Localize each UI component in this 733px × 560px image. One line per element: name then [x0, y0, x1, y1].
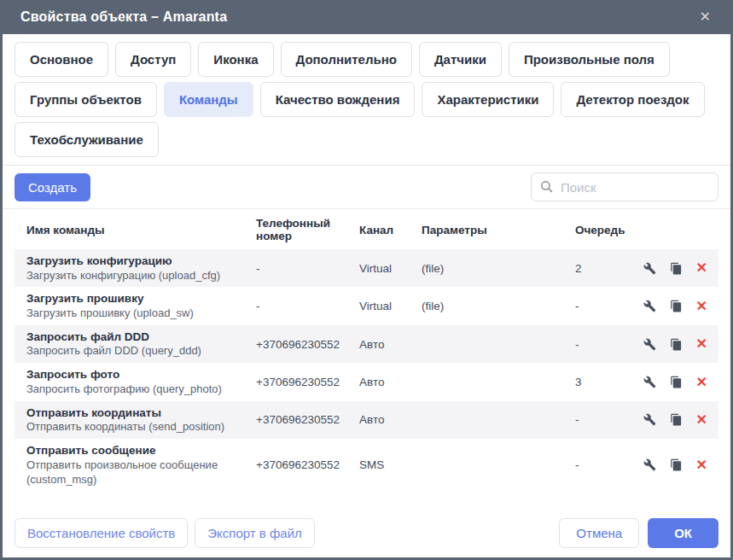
tab-kharakteristiki[interactable]: Характеристики [422, 82, 554, 117]
column-header-queue: Очередь [575, 224, 639, 236]
wrench-icon[interactable] [643, 413, 656, 426]
command-description: Запросить файл DDD (query_ddd) [26, 344, 249, 359]
command-params: (file) [422, 300, 575, 312]
command-phone: +370696230552 [256, 338, 359, 351]
export-to-file-button[interactable]: Экспорт в файл [195, 518, 314, 548]
command-name: Запросить фото [26, 367, 249, 382]
command-description: Отправить произвольное сообщение (custom… [26, 458, 249, 487]
copy-icon[interactable] [670, 413, 683, 426]
tab-label: Иконка [213, 52, 258, 67]
tab-ikonka[interactable]: Иконка [198, 42, 273, 77]
tab-label: Основное [30, 52, 93, 67]
command-description: Запросить фотографию (query_photo) [26, 382, 249, 397]
tab-dostup[interactable]: Доступ [115, 42, 191, 77]
dialog-titlebar: Свойства объекта – Amaranta ✕ [3, 0, 730, 34]
command-queue: - [575, 458, 639, 471]
wrench-icon[interactable] [643, 338, 656, 351]
command-channel: Virtual [359, 300, 422, 312]
restore-properties-button[interactable]: Восстановление свойств [15, 518, 188, 548]
commands-toolbar: Создать [3, 166, 730, 208]
command-channel: Virtual [359, 262, 422, 275]
command-actions: ✕ [639, 261, 718, 275]
command-queue: - [575, 300, 639, 312]
tab-detektor-poezdok[interactable]: Детектор поездок [561, 82, 704, 117]
wrench-icon[interactable] [643, 376, 656, 388]
table-header: Имя команды Телефонный номер Канал Парам… [15, 209, 718, 249]
commands-table: Имя команды Телефонный номер Канал Парам… [3, 209, 730, 492]
tab-kachestvo-vozhdeniya[interactable]: Качество вождения [260, 82, 416, 117]
wrench-icon[interactable] [643, 458, 656, 471]
tab-osnovnoe[interactable]: Основное [15, 42, 108, 77]
copy-icon[interactable] [670, 300, 683, 312]
command-phone: +370696230552 [256, 376, 359, 388]
delete-icon[interactable]: ✕ [696, 376, 707, 389]
tab-label: Датчики [434, 52, 486, 67]
tab-gruppy-obektov[interactable]: Группы объектов [15, 82, 157, 117]
create-command-button[interactable]: Создать [15, 173, 90, 201]
tab-label: Детектор поездок [576, 92, 689, 107]
command-table-body: Загрузить конфигурацию Загрузить конфигу… [15, 249, 718, 492]
tabs: Основное Доступ Иконка Дополнительно Дат… [3, 34, 730, 157]
wrench-icon[interactable] [643, 300, 656, 312]
tab-label: Характеристики [437, 92, 538, 107]
tab-komandy[interactable]: Команды [164, 82, 253, 117]
delete-icon[interactable]: ✕ [696, 300, 707, 313]
wrench-icon[interactable] [643, 262, 656, 275]
command-row: Загрузить прошивку Загрузить прошивку (u… [15, 287, 718, 324]
command-channel: SMS [359, 458, 422, 471]
command-actions: ✕ [639, 458, 718, 472]
copy-icon[interactable] [670, 376, 683, 388]
tab-label: Доступ [131, 52, 176, 67]
command-row: Запросить фото Запросить фотографию (que… [15, 363, 718, 400]
tab-label: Произвольные поля [524, 52, 654, 67]
cancel-button[interactable]: Отмена [559, 518, 639, 548]
copy-icon[interactable] [670, 262, 683, 275]
column-header-name: Имя команды [15, 224, 256, 236]
ok-button[interactable]: ОК [648, 518, 718, 548]
command-queue: 2 [575, 262, 639, 275]
copy-icon[interactable] [670, 458, 683, 471]
command-phone: +370696230552 [256, 458, 359, 471]
command-channel: Авто [359, 376, 422, 388]
command-queue: - [575, 413, 639, 426]
tab-label: Команды [179, 92, 238, 107]
command-actions: ✕ [639, 376, 718, 389]
tab-label: Дополнительно [296, 52, 397, 67]
search-input[interactable] [531, 172, 718, 201]
command-name: Загрузить конфигурацию [26, 254, 249, 269]
command-actions: ✕ [639, 300, 718, 313]
tab-label: Группы объектов [30, 92, 142, 107]
command-row: Отправить сообщение Отправить произвольн… [15, 439, 718, 491]
command-params: (file) [422, 262, 575, 275]
column-header-channel: Канал [359, 224, 422, 236]
tab-label: Техобслуживание [30, 132, 143, 147]
delete-icon[interactable]: ✕ [696, 458, 707, 472]
copy-icon[interactable] [670, 338, 683, 351]
command-row: Загрузить конфигурацию Загрузить конфигу… [15, 249, 718, 287]
close-icon[interactable]: ✕ [695, 9, 714, 26]
column-header-params: Параметры [422, 224, 575, 236]
delete-icon[interactable]: ✕ [696, 261, 707, 275]
command-name: Отправить сообщение [26, 443, 249, 458]
command-row: Запросить файл DDD Запросить файл DDD (q… [15, 325, 718, 363]
command-actions: ✕ [639, 413, 718, 427]
command-description: Загрузить прошивку (upload_sw) [26, 306, 249, 321]
tab-proizvolnye-polya[interactable]: Произвольные поля [509, 42, 670, 77]
delete-icon[interactable]: ✕ [696, 413, 707, 427]
command-queue: - [575, 338, 639, 351]
tab-tekhobsluzhivanie[interactable]: Техобслуживание [15, 122, 159, 157]
delete-icon[interactable]: ✕ [696, 337, 707, 351]
command-name: Отправить координаты [26, 405, 249, 421]
command-channel: Авто [359, 338, 422, 351]
footer-right-group: Отмена ОК [559, 518, 718, 548]
tab-datchiki[interactable]: Датчики [419, 42, 502, 77]
command-queue: 3 [575, 376, 639, 388]
tab-dopolnitelno[interactable]: Дополнительно [281, 42, 412, 77]
search-box [531, 172, 718, 201]
command-channel: Авто [359, 413, 422, 426]
command-description: Отправить координаты (send_position) [26, 420, 249, 435]
object-properties-dialog: Свойства объекта – Amaranta ✕ Основное Д… [0, 0, 733, 560]
command-description: Загрузить конфигурацию (upload_cfg) [26, 269, 249, 283]
command-name: Запросить файл DDD [26, 330, 249, 345]
tab-label: Качество вождения [276, 92, 400, 107]
